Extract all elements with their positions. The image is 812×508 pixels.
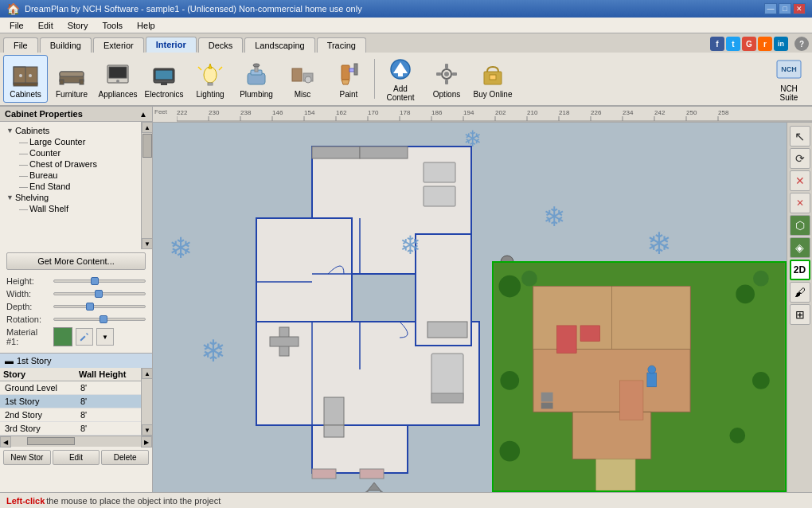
svg-rect-37 xyxy=(445,80,448,84)
menu-help[interactable]: Help xyxy=(131,19,162,32)
google-icon[interactable]: G xyxy=(742,37,756,51)
svg-text:230: 230 xyxy=(209,109,220,116)
menu-tools[interactable]: Tools xyxy=(96,19,129,32)
tree-counter[interactable]: — Counter xyxy=(16,147,138,158)
close-button[interactable]: ✕ xyxy=(793,3,806,14)
delete-tool-button[interactable]: ✕ xyxy=(790,193,810,213)
facebook-icon[interactable]: f xyxy=(710,37,724,51)
tool-plumbing[interactable]: Plumbing xyxy=(234,55,279,103)
story-row-1st[interactable]: 1st Story 8' xyxy=(0,395,141,408)
svg-rect-129 xyxy=(619,381,643,420)
help-icon[interactable]: ? xyxy=(794,37,809,51)
svg-rect-6 xyxy=(60,72,84,76)
tool-lighting[interactable]: Lighting xyxy=(188,55,232,103)
tool-electronics[interactable]: Electronics xyxy=(142,55,186,103)
scroll-thumb[interactable] xyxy=(142,134,152,158)
tool-nch-suite[interactable]: NCH NCH Suite xyxy=(769,55,809,103)
tool-paint[interactable]: Paint xyxy=(326,55,371,103)
story-row-ground[interactable]: Ground Level 8' xyxy=(0,381,141,395)
menu-file[interactable]: File xyxy=(3,19,30,32)
tab-exterior[interactable]: Exterior xyxy=(93,37,144,53)
tree-large-counter[interactable]: — Large Counter xyxy=(16,136,138,147)
height-label: Height: xyxy=(6,276,50,286)
material-swatch[interactable] xyxy=(53,327,72,346)
scroll-up-btn[interactable]: ▲ xyxy=(142,122,153,133)
story-table: Story Wall Height Ground Level 8' xyxy=(0,368,141,436)
tree-end-stand[interactable]: — End Stand xyxy=(16,181,138,192)
svg-text:146: 146 xyxy=(272,109,283,116)
depth-slider[interactable] xyxy=(53,305,146,308)
tab-file[interactable]: File xyxy=(3,37,38,53)
tool-buy-online[interactable]: Buy Online xyxy=(470,55,515,103)
tree-bureau[interactable]: — Bureau xyxy=(16,170,138,181)
panel-scroll-up[interactable]: ▲ xyxy=(139,110,147,119)
height-thumb[interactable] xyxy=(91,277,99,285)
grid-tool-button[interactable]: ⊞ xyxy=(790,304,810,325)
maximize-button[interactable]: □ xyxy=(779,3,791,14)
scroll-track[interactable] xyxy=(142,133,152,238)
menu-story[interactable]: Story xyxy=(61,19,95,32)
get-more-content-button[interactable]: Get More Content... xyxy=(6,252,146,270)
tab-landscaping[interactable]: Landscaping xyxy=(244,37,314,53)
shape-tool-button[interactable]: ⬡ xyxy=(790,215,810,236)
story-row-3rd[interactable]: 3rd Story 8' xyxy=(0,422,141,436)
prop-rotation: Rotation: xyxy=(6,315,146,324)
height-slider[interactable] xyxy=(53,279,146,283)
tool-appliances[interactable]: Appliances xyxy=(96,55,140,103)
tree-cabinets[interactable]: ▼ Cabinets xyxy=(3,125,138,136)
svg-text:250: 250 xyxy=(686,109,697,116)
svg-marker-17 xyxy=(209,64,212,68)
rotate-tool-button[interactable]: ✕ xyxy=(790,170,810,191)
tree-scrollbar[interactable]: ▲ ▼ xyxy=(141,122,152,249)
story-horiz-scroll[interactable]: ◀ ▶ xyxy=(0,436,152,447)
linkedin-icon[interactable]: in xyxy=(774,37,788,51)
tab-interior[interactable]: Interior xyxy=(146,37,197,53)
material-dropdown-button[interactable]: ▼ xyxy=(96,328,114,346)
menu-edit[interactable]: Edit xyxy=(32,19,60,32)
tool-options[interactable]: Options xyxy=(424,55,469,103)
2d-view-button[interactable]: 2D xyxy=(790,260,810,280)
story-header[interactable]: ▬ 1st Story xyxy=(0,354,152,368)
electronics-icon xyxy=(150,60,178,88)
rss-icon[interactable]: r xyxy=(758,37,772,51)
story-scrollbar[interactable]: ▲ ▼ xyxy=(141,368,152,436)
tab-building[interactable]: Building xyxy=(40,37,92,53)
depth-thumb[interactable] xyxy=(86,303,94,311)
tree-wall-shelf[interactable]: — Wall Shelf xyxy=(16,203,138,214)
story-horiz-thumb[interactable] xyxy=(27,437,75,445)
story-horiz-right[interactable]: ▶ xyxy=(141,436,152,447)
svg-text:242: 242 xyxy=(654,109,666,116)
canvas-area[interactable]: ❄ ❄ ❄ ❄ ❄ ❄ ❄ xyxy=(153,123,787,492)
material-edit-button[interactable] xyxy=(76,328,93,346)
story-scroll-up[interactable]: ▲ xyxy=(142,368,153,379)
paint-tool-button[interactable]: 🖌 xyxy=(790,282,810,303)
minimize-button[interactable]: — xyxy=(764,3,777,14)
rotation-slider[interactable] xyxy=(53,318,146,321)
tree-shelving[interactable]: ▼ Shelving xyxy=(3,192,138,203)
tool-cabinets[interactable]: Cabinets xyxy=(3,55,48,103)
tool-add-content[interactable]: Add Content xyxy=(378,55,423,103)
story-scroll-down[interactable]: ▼ xyxy=(142,424,153,436)
story-row-2nd[interactable]: 2nd Story 8' xyxy=(0,408,141,422)
edit-story-button[interactable]: Edit xyxy=(53,450,100,465)
cursor-tool-button[interactable]: ↖ xyxy=(790,126,810,147)
tool-furniture[interactable]: Furniture xyxy=(49,55,94,103)
svg-text:❄: ❄ xyxy=(646,227,672,260)
tree-chest-drawers[interactable]: — Chest of Drawers xyxy=(16,158,138,170)
tool-misc[interactable]: Misc xyxy=(280,55,325,103)
twitter-icon[interactable]: t xyxy=(726,37,740,51)
svg-text:170: 170 xyxy=(368,109,379,116)
rotation-thumb[interactable] xyxy=(100,315,107,323)
tab-decks[interactable]: Decks xyxy=(198,37,244,53)
scroll-down-btn[interactable]: ▼ xyxy=(142,238,153,249)
delete-story-button[interactable]: Delete xyxy=(101,450,149,465)
width-slider[interactable] xyxy=(53,292,146,295)
tab-tracing[interactable]: Tracing xyxy=(317,37,366,53)
story-wh-ground: 8' xyxy=(76,381,141,395)
width-thumb[interactable] xyxy=(95,290,103,298)
node-tool-button[interactable]: ◈ xyxy=(790,237,810,258)
orbit-tool-button[interactable]: ⟳ xyxy=(790,148,810,169)
story-horiz-left[interactable]: ◀ xyxy=(0,436,11,447)
plumbing-icon xyxy=(242,60,271,88)
new-story-button[interactable]: New Stor xyxy=(3,450,51,465)
